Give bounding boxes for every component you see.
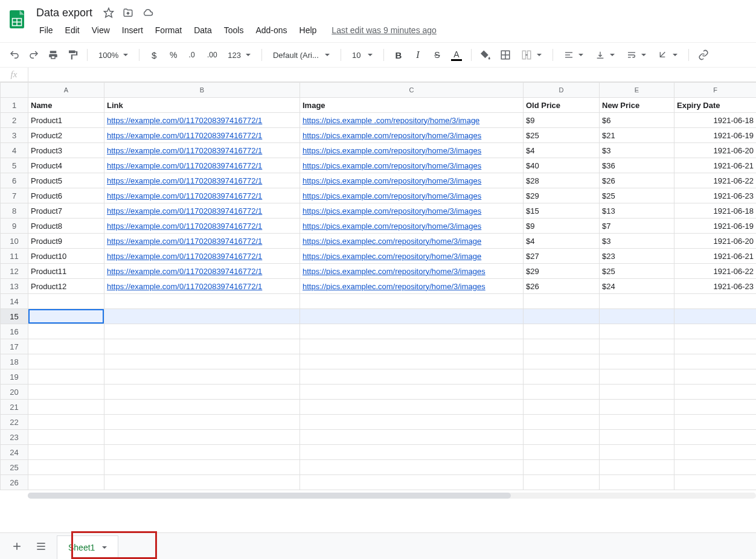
font-size-dropdown[interactable]: 10 [347, 46, 377, 63]
cell[interactable] [674, 324, 757, 339]
row-header[interactable]: 9 [1, 219, 28, 234]
row-header[interactable]: 10 [1, 234, 28, 249]
sheet-tab-menu-icon[interactable] [102, 546, 107, 549]
cell[interactable] [600, 354, 674, 369]
cell[interactable]: Product8 [28, 219, 104, 234]
cell[interactable] [524, 369, 600, 385]
cell[interactable]: https://example.com/0/1170208397416772/1 [104, 158, 300, 173]
cell[interactable] [524, 385, 600, 400]
cloud-status-icon[interactable] [142, 7, 154, 18]
cell[interactable]: 1921-06-19 [674, 128, 757, 143]
cell[interactable] [300, 445, 524, 460]
menu-format[interactable]: Format [150, 23, 187, 37]
cell[interactable] [524, 415, 600, 430]
select-all-corner[interactable] [1, 83, 28, 98]
cell[interactable] [524, 475, 600, 490]
cell[interactable]: 1921-06-23 [674, 279, 757, 294]
cell[interactable]: Product7 [28, 203, 104, 219]
cell[interactable]: $24 [600, 279, 674, 294]
cell[interactable] [674, 385, 757, 400]
column-header[interactable]: C [300, 83, 524, 98]
cell[interactable] [600, 339, 674, 354]
cell[interactable] [524, 339, 600, 354]
cell[interactable] [600, 309, 674, 324]
cell[interactable]: Product11 [28, 264, 104, 279]
cell[interactable] [524, 309, 600, 324]
cell[interactable]: $9 [524, 113, 600, 128]
cell[interactable] [300, 354, 524, 369]
row-header[interactable]: 19 [1, 369, 28, 385]
cell[interactable]: 1921-06-20 [674, 143, 757, 158]
row-header[interactable]: 18 [1, 354, 28, 369]
cell[interactable] [600, 385, 674, 400]
menu-add-ons[interactable]: Add-ons [250, 23, 292, 37]
row-header[interactable]: 21 [1, 400, 28, 415]
cell[interactable]: $29 [524, 264, 600, 279]
cell[interactable] [28, 430, 104, 445]
strikethrough-button[interactable]: S [429, 46, 446, 63]
cell[interactable] [104, 430, 300, 445]
text-rotation-dropdown[interactable] [653, 46, 682, 63]
cell[interactable] [104, 369, 300, 385]
cell[interactable]: $13 [600, 203, 674, 219]
row-header[interactable]: 25 [1, 460, 28, 475]
cell[interactable] [524, 294, 600, 309]
cell[interactable] [524, 324, 600, 339]
cell[interactable]: $25 [524, 128, 600, 143]
last-edit-link[interactable]: Last edit was 9 minutes ago [332, 25, 437, 35]
horizontal-scrollbar[interactable] [0, 491, 756, 500]
cell[interactable]: Product9 [28, 234, 104, 249]
cell[interactable]: 1921-06-22 [674, 264, 757, 279]
cell[interactable]: https://pics.example.com/repository/home… [300, 143, 524, 158]
sheets-logo[interactable] [5, 4, 29, 35]
row-header[interactable]: 14 [1, 294, 28, 309]
cell[interactable]: https://example.com/0/1170208397416772/1 [104, 249, 300, 264]
cell[interactable] [28, 294, 104, 309]
cell[interactable] [104, 400, 300, 415]
cell[interactable]: $29 [524, 188, 600, 203]
cell[interactable] [524, 354, 600, 369]
cell[interactable]: Product4 [28, 158, 104, 173]
cell[interactable]: $4 [524, 143, 600, 158]
cell[interactable] [674, 309, 757, 324]
cell[interactable]: https://example.com/0/1170208397416772/1 [104, 188, 300, 203]
cell[interactable] [104, 294, 300, 309]
cell[interactable] [300, 294, 524, 309]
cell[interactable] [28, 309, 104, 324]
cell[interactable]: Product3 [28, 143, 104, 158]
cell[interactable] [600, 430, 674, 445]
increase-decimal-button[interactable]: .00 [203, 46, 220, 63]
row-header[interactable]: 5 [1, 158, 28, 173]
move-icon[interactable] [123, 7, 133, 18]
cell[interactable] [104, 385, 300, 400]
menu-view[interactable]: View [86, 23, 115, 37]
cell[interactable]: 1921-06-21 [674, 158, 757, 173]
row-header[interactable]: 11 [1, 249, 28, 264]
horizontal-align-dropdown[interactable] [559, 46, 588, 63]
row-header[interactable]: 13 [1, 279, 28, 294]
cell[interactable] [104, 309, 300, 324]
cell[interactable]: https://pics.examplec.com/repository/hom… [300, 249, 524, 264]
cell[interactable] [28, 415, 104, 430]
cell[interactable]: https://pics.example.com/repository/home… [300, 188, 524, 203]
cell[interactable]: $9 [524, 219, 600, 234]
cell[interactable] [524, 445, 600, 460]
cell[interactable]: https://pics.example .com/repository/hom… [300, 113, 524, 128]
row-header[interactable]: 15 [1, 309, 28, 324]
cell[interactable]: $27 [524, 249, 600, 264]
cell[interactable]: New Price [600, 98, 674, 113]
spreadsheet-grid[interactable]: ABCDEF 1NameLinkImageOld PriceNew PriceE… [0, 82, 756, 490]
row-header[interactable]: 24 [1, 445, 28, 460]
cell[interactable]: Product6 [28, 188, 104, 203]
cell[interactable]: https://example.com/0/1170208397416772/1 [104, 173, 300, 188]
cell[interactable] [600, 460, 674, 475]
cell[interactable]: https://pics.example.com/repository/home… [300, 219, 524, 234]
row-header[interactable]: 16 [1, 324, 28, 339]
borders-button[interactable] [497, 46, 514, 63]
insert-link-button[interactable] [695, 46, 712, 63]
cell[interactable] [674, 460, 757, 475]
cell[interactable]: https://example.com/0/1170208397416772/1 [104, 264, 300, 279]
column-header[interactable]: D [524, 83, 600, 98]
cell[interactable] [300, 430, 524, 445]
row-header[interactable]: 7 [1, 188, 28, 203]
